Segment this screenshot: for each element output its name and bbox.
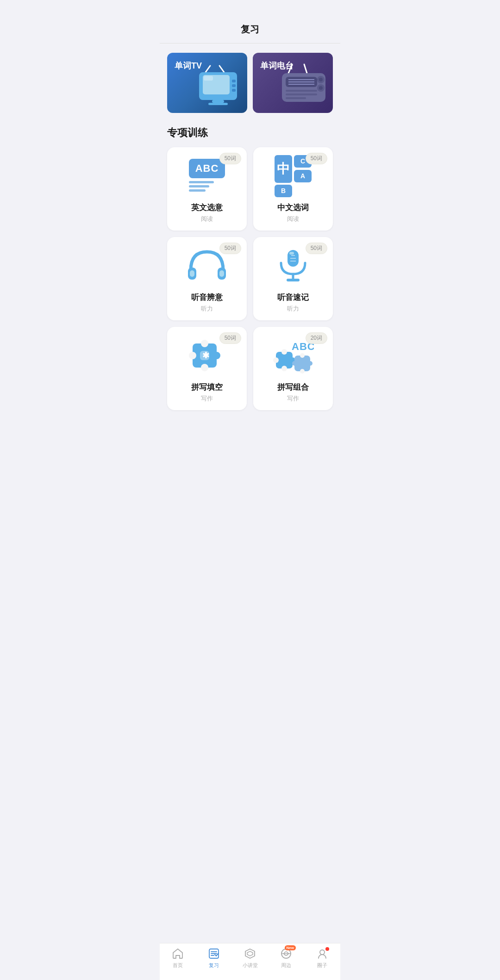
- section-title: 专项训练: [167, 126, 333, 140]
- circle-red-dot: [325, 947, 329, 951]
- svg-rect-4: [204, 76, 213, 81]
- listen-meaning-count: 50词: [219, 243, 241, 254]
- nav-home-label: 首页: [173, 962, 183, 969]
- svg-point-38: [201, 364, 208, 371]
- svg-point-51: [300, 369, 305, 374]
- svg-line-1: [219, 66, 224, 72]
- spell-combine-title: 拼写组合: [277, 382, 309, 393]
- banner-row: 单词TV: [167, 53, 333, 113]
- spell-combine-card[interactable]: 20词 ABC: [253, 327, 333, 410]
- svg-rect-9: [208, 103, 228, 105]
- nav-lecture-label: 小讲堂: [243, 962, 258, 969]
- review-icon-wrap: [208, 947, 220, 960]
- listen-meaning-card[interactable]: 50词 听音辨意 听力: [167, 237, 247, 320]
- training-row-2: 50词 听音辨意 听力: [167, 237, 333, 320]
- nav-nearby[interactable]: New 周边: [268, 947, 304, 969]
- svg-rect-21: [286, 90, 317, 92]
- listen-quick-card[interactable]: 50词: [253, 237, 333, 320]
- home-icon: [172, 948, 184, 960]
- spell-fill-count: 50词: [219, 332, 241, 344]
- nav-home[interactable]: 首页: [160, 947, 196, 969]
- spell-fill-subtitle: 写作: [201, 394, 213, 403]
- svg-point-44: [281, 349, 287, 355]
- bottom-nav: 首页 复习 小讲堂: [160, 943, 340, 980]
- tv-banner-label: 单词TV: [175, 60, 202, 71]
- nav-review-label: 复习: [209, 962, 219, 969]
- nav-circle-label: 圈子: [317, 962, 327, 969]
- training-row-1: 50词 ABC 英文选意 阅读 50词: [167, 147, 333, 231]
- svg-text:✱: ✱: [202, 351, 209, 360]
- english-select-subtitle: 阅读: [201, 215, 213, 223]
- svg-point-18: [319, 78, 323, 81]
- svg-rect-7: [232, 89, 236, 92]
- chinese-select-card[interactable]: 50词 中 C A B 中文选词 阅读: [253, 147, 333, 231]
- home-icon-wrap: [172, 947, 184, 960]
- svg-rect-25: [190, 270, 194, 277]
- nav-lecture[interactable]: 小讲堂: [232, 947, 268, 969]
- listen-quick-title: 听音速记: [277, 292, 309, 303]
- svg-rect-48: [294, 356, 310, 371]
- svg-point-39: [189, 352, 196, 359]
- listen-quick-subtitle: 听力: [287, 305, 299, 313]
- radio-banner[interactable]: 单词电台: [253, 53, 333, 113]
- english-select-card[interactable]: 50词 ABC 英文选意 阅读: [167, 147, 247, 231]
- training-row-3: 50词: [167, 327, 333, 410]
- radio-banner-label: 单词电台: [260, 60, 294, 71]
- english-select-title: 英文选意: [191, 202, 223, 213]
- svg-point-20: [319, 86, 323, 90]
- listen-quick-count: 50词: [306, 243, 327, 254]
- svg-point-47: [273, 357, 279, 363]
- spell-combine-subtitle: 写作: [287, 394, 299, 403]
- svg-rect-6: [232, 84, 236, 87]
- lecture-icon: [244, 948, 256, 960]
- svg-point-52: [292, 361, 297, 366]
- new-badge: New: [285, 945, 296, 950]
- spell-fill-title: 拼写填空: [191, 382, 223, 393]
- tv-banner[interactable]: 单词TV: [167, 53, 247, 113]
- review-icon: [208, 948, 220, 960]
- page-title: 复习: [160, 0, 340, 43]
- svg-point-59: [320, 950, 325, 955]
- english-select-count: 50词: [219, 153, 241, 164]
- lecture-icon-wrap: [244, 947, 256, 960]
- circle-icon-wrap: [316, 947, 328, 960]
- chinese-select-count: 50词: [306, 153, 327, 164]
- english-select-icon: ABC: [189, 155, 225, 197]
- nav-nearby-label: 周边: [281, 962, 291, 969]
- header-divider: [160, 43, 340, 44]
- listen-meaning-subtitle: 听力: [201, 305, 213, 313]
- svg-point-37: [213, 352, 220, 359]
- nav-circle[interactable]: 圈子: [304, 947, 340, 969]
- svg-point-36: [201, 340, 208, 347]
- spell-combine-count: 20词: [306, 332, 327, 344]
- svg-point-49: [300, 353, 305, 358]
- main-content: 单词TV: [160, 53, 340, 456]
- training-grid: 50词 ABC 英文选意 阅读 50词: [167, 147, 333, 410]
- svg-rect-29: [289, 252, 294, 255]
- chinese-select-title: 中文选词: [277, 202, 309, 213]
- chinese-select-subtitle: 阅读: [287, 215, 299, 223]
- spell-fill-card[interactable]: 50词: [167, 327, 247, 410]
- svg-point-46: [281, 366, 287, 371]
- listen-meaning-title: 听音辨意: [191, 292, 223, 303]
- svg-rect-8: [212, 100, 224, 103]
- nav-review[interactable]: 复习: [196, 947, 232, 969]
- svg-rect-22: [286, 94, 317, 95]
- svg-rect-31: [287, 279, 300, 281]
- abc-icon: ABC: [189, 159, 225, 178]
- nearby-icon-wrap: New: [280, 947, 292, 960]
- svg-rect-5: [232, 80, 236, 82]
- svg-line-0: [206, 66, 210, 72]
- svg-line-11: [304, 64, 307, 73]
- svg-point-50: [308, 361, 312, 366]
- svg-rect-27: [219, 270, 224, 277]
- svg-rect-23: [286, 97, 306, 99]
